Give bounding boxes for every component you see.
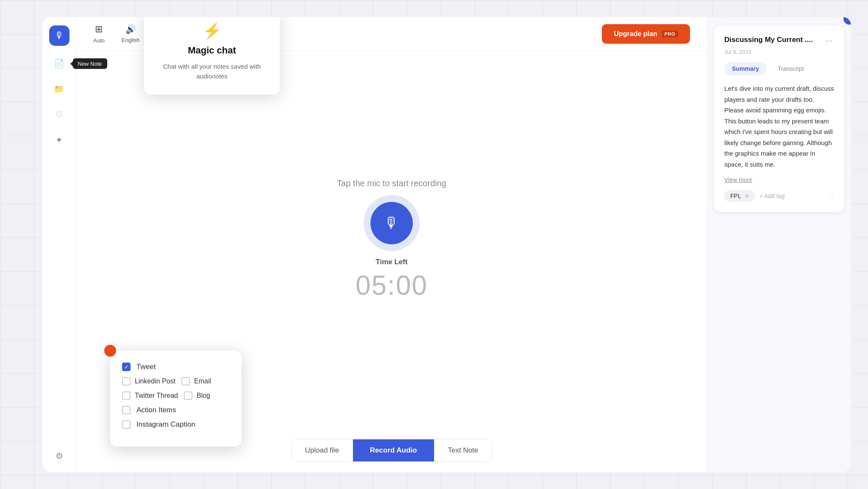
magic-icon: ✦ [56, 135, 63, 145]
blog-label: Blog [197, 392, 210, 400]
favorite-button[interactable]: ♡ [826, 191, 834, 201]
time-left-label: Time Left [356, 258, 428, 266]
upgrade-button[interactable]: Upgrade plan PRO [602, 24, 690, 44]
checklist-popup: ✓ Tweet Linkedin Post Email Twitter Thre [110, 351, 242, 447]
checklist-item-blog[interactable]: Blog [184, 391, 210, 400]
instagram-checkbox[interactable] [122, 420, 131, 429]
magic-chat-title: Magic chat [159, 45, 264, 56]
sidebar-item-new-note[interactable]: 📄 New Note [52, 56, 67, 71]
english-icon: 🔊 [125, 24, 136, 34]
tweet-label: Tweet [136, 363, 156, 371]
auto-icon: ⊞ [95, 24, 103, 35]
mic-button[interactable]: 🎙 [370, 202, 413, 244]
checklist-item-tweet[interactable]: ✓ Tweet [122, 363, 230, 371]
tags-row: FPL ✕ + Add tag ♡ [724, 190, 834, 202]
right-panel: Discussing My Current .... ··· Jul 9, 20… [707, 17, 851, 472]
button-group: Upload file Record Audio Text Note [291, 439, 492, 462]
sidebar-logo[interactable]: 🎙 [49, 25, 70, 46]
pro-badge: PRO [662, 31, 678, 37]
note-title: Discussing My Current .... [724, 36, 823, 44]
text-note-button[interactable]: Text Note [434, 439, 492, 461]
sidebar-item-magic[interactable]: ✦ [52, 132, 67, 148]
toolbar-english[interactable]: 🔊 English [122, 24, 140, 43]
new-note-tooltip: New Note [73, 59, 107, 69]
timer-display: 05:00 [356, 270, 428, 301]
checklist-item-action-items[interactable]: Action Items [122, 406, 230, 414]
note-body: Let's dive into my current draft, discus… [724, 83, 834, 170]
upgrade-label: Upgrade plan [614, 30, 657, 38]
checklist-item-instagram[interactable]: Instagram Caption [122, 420, 230, 429]
red-dot-indicator [104, 345, 116, 357]
action-items-label: Action Items [136, 406, 176, 414]
upload-file-button[interactable]: Upload file [292, 439, 353, 461]
sidebar-item-folders[interactable]: 📁 [52, 81, 67, 97]
linkedin-checkbox[interactable] [122, 377, 131, 386]
fpl-tag: FPL ✕ [724, 190, 755, 202]
tap-text: Tap the mic to start recording [337, 179, 446, 188]
email-label: Email [194, 377, 211, 385]
view-more-link[interactable]: View more [724, 176, 834, 183]
record-audio-button[interactable]: Record Audio [353, 439, 434, 461]
action-items-checkbox[interactable] [122, 406, 131, 414]
sidebar-item-settings[interactable]: ⚙ [52, 448, 67, 464]
settings-icon: ⚙ [56, 451, 63, 461]
auto-label: Auto [93, 37, 105, 44]
note-menu-button[interactable]: ··· [823, 36, 834, 45]
checklist-row-1: Linkedin Post Email [122, 377, 230, 386]
email-checkbox[interactable] [181, 377, 190, 386]
tab-transcript[interactable]: Transcript [770, 62, 812, 75]
checklist-item-linkedin[interactable]: Linkedin Post [122, 377, 175, 386]
note-card: Discussing My Current .... ··· Jul 9, 20… [714, 25, 844, 212]
note-date: Jul 9, 2023 [724, 49, 834, 55]
blue-circle-indicator [843, 17, 851, 25]
twitter-thread-label: Twitter Thread [135, 392, 178, 400]
magic-chat-popup: ⚡ Magic chat Chat with all your notes sa… [144, 17, 280, 95]
checklist-row-2: Twitter Thread Blog [122, 391, 230, 400]
sidebar: 🎙 📄 New Note 📁 ♡ ✦ ⚙ [42, 17, 76, 472]
add-tag-button[interactable]: + Add tag [760, 193, 785, 199]
tag-remove-button[interactable]: ✕ [745, 193, 749, 199]
content-area: ⚡ Magic chat Chat with all your notes sa… [76, 17, 707, 472]
note-tabs: Summary Transcript [724, 62, 834, 75]
english-label: English [122, 37, 140, 43]
folders-icon: 📁 [54, 84, 64, 94]
blog-checkbox[interactable] [184, 391, 192, 400]
tab-summary[interactable]: Summary [724, 62, 767, 75]
new-note-icon: 📄 [54, 59, 64, 69]
toolbar-auto[interactable]: ⊞ Auto [93, 24, 105, 44]
instagram-label: Instagram Caption [136, 420, 195, 429]
tweet-checkbox[interactable]: ✓ [122, 363, 131, 371]
magic-bolt-icon: ⚡ [159, 22, 264, 40]
sidebar-item-favorites[interactable]: ♡ [52, 107, 67, 122]
linkedin-label: Linkedin Post [135, 377, 175, 385]
checklist-item-twitter-thread[interactable]: Twitter Thread [122, 391, 178, 400]
timer-section: Time Left 05:00 [356, 258, 428, 301]
magic-chat-description: Chat with all your notes saved with audi… [159, 62, 264, 81]
checklist-item-email[interactable]: Email [181, 377, 211, 386]
heart-icon: ♡ [56, 109, 63, 120]
main-container: 🎙 📄 New Note 📁 ♡ ✦ ⚙ ⚡ Magic chat Chat w… [42, 17, 851, 472]
note-header: Discussing My Current .... ··· [724, 36, 834, 45]
twitter-thread-checkbox[interactable] [122, 391, 131, 400]
tag-label: FPL [730, 193, 741, 199]
